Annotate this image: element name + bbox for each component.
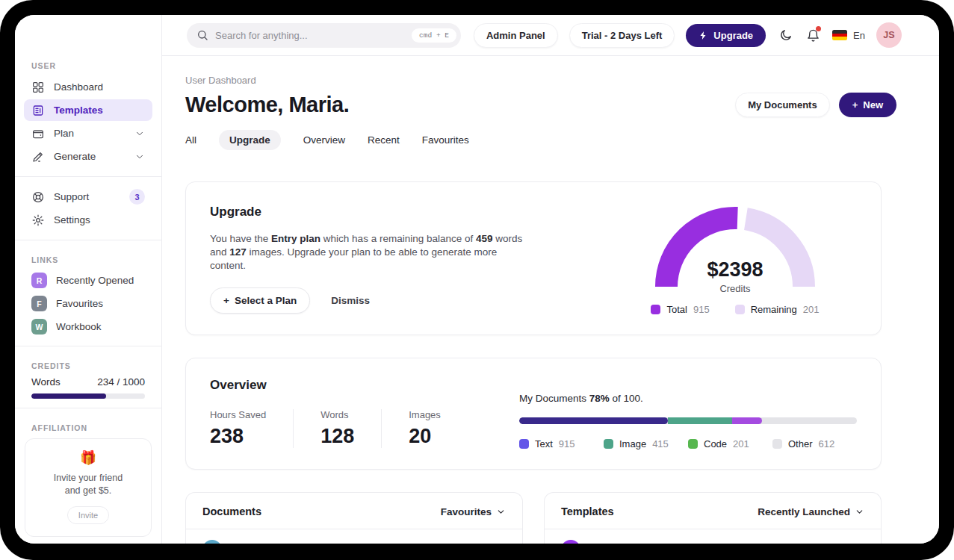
stat-images: Images 20 bbox=[381, 409, 468, 448]
document-avatar bbox=[202, 540, 222, 544]
affiliation-line2: and get $5. bbox=[65, 485, 112, 496]
device-frame: USER Dashboard Templates Plan Generate S… bbox=[0, 0, 954, 560]
upgrade-card-title: Upgrade bbox=[210, 205, 531, 220]
template-avatar bbox=[561, 540, 580, 544]
main-content: User Dashboard Welcome, Maria. My Docume… bbox=[162, 56, 939, 544]
notifications-button[interactable] bbox=[805, 27, 821, 43]
language-selector[interactable]: En bbox=[832, 30, 865, 41]
tab-favourites[interactable]: Favourites bbox=[422, 130, 469, 150]
moon-icon bbox=[778, 28, 793, 43]
legend-swatch bbox=[772, 439, 782, 449]
link-label: Favourites bbox=[56, 298, 103, 309]
search-shortcut-badge: cmd + E bbox=[412, 28, 456, 43]
sidebar-item-label: Dashboard bbox=[54, 81, 103, 93]
legend-name: Text bbox=[535, 438, 553, 449]
templates-card-title: Templates bbox=[561, 505, 614, 517]
sidebar-item-label: Settings bbox=[54, 214, 90, 225]
words-balance: 459 bbox=[476, 233, 493, 244]
search-bar[interactable]: cmd + E bbox=[187, 23, 461, 48]
stat-label: Hours Saved bbox=[210, 409, 266, 420]
legend-name: Image bbox=[619, 438, 646, 449]
images-balance: 127 bbox=[229, 246, 247, 258]
german-flag-icon bbox=[832, 30, 847, 40]
support-badge: 3 bbox=[129, 189, 145, 205]
sidebar-item-plan[interactable]: Plan bbox=[24, 122, 152, 144]
tab-recent[interactable]: Recent bbox=[368, 130, 400, 150]
pencil-icon bbox=[31, 150, 45, 164]
stacked-bar-chart bbox=[519, 417, 857, 424]
new-button[interactable]: + New bbox=[839, 93, 896, 117]
progress-percent: 78% bbox=[589, 393, 610, 404]
lifebuoy-icon bbox=[31, 190, 45, 204]
app-window: USER Dashboard Templates Plan Generate S… bbox=[15, 15, 939, 544]
credits-words-value: 234 / 1000 bbox=[97, 376, 145, 388]
my-documents-button[interactable]: My Documents bbox=[735, 93, 829, 117]
new-button-label: New bbox=[863, 99, 883, 111]
text: which has a remaining balance of bbox=[320, 233, 476, 244]
credits-progress-track bbox=[31, 393, 145, 399]
stat-label: Words bbox=[320, 409, 354, 420]
trial-badge-button[interactable]: Trial - 2 Days Left bbox=[569, 23, 675, 48]
divider bbox=[15, 176, 161, 177]
document-list-item[interactable]: Untitled Document in Workbook bbox=[186, 529, 522, 544]
progress-caption: My Documents 78% of 100. bbox=[519, 393, 857, 404]
tab-overview[interactable]: Overview bbox=[303, 130, 345, 150]
dismiss-button[interactable]: Dismiss bbox=[331, 295, 370, 306]
gauge-value: $2398 bbox=[653, 258, 817, 281]
search-input[interactable] bbox=[215, 30, 412, 41]
documents-filter-dropdown[interactable]: Favourites bbox=[441, 506, 506, 517]
legend-swatch bbox=[688, 439, 698, 449]
legend-name: Code bbox=[704, 438, 727, 449]
credits-progress-fill bbox=[31, 393, 106, 399]
affiliation-card: 🎁 Invite your friend and get $5. Invite bbox=[25, 438, 152, 537]
topbar: cmd + E Admin Panel Trial - 2 Days Left … bbox=[162, 15, 939, 56]
sidebar-link-recently-opened[interactable]: R Recently Opened bbox=[24, 270, 152, 290]
sidebar-link-favourites[interactable]: F Favourites bbox=[24, 293, 152, 314]
sidebar-item-dashboard[interactable]: Dashboard bbox=[24, 76, 152, 98]
plus-icon: + bbox=[852, 99, 858, 111]
affiliation-line1: Invite your friend bbox=[54, 473, 123, 483]
legend-total: Total 915 bbox=[651, 304, 709, 315]
select-plan-button[interactable]: + Select a Plan bbox=[210, 287, 310, 314]
upgrade-button-label: Upgrade bbox=[713, 30, 753, 41]
plan-name: Entry plan bbox=[271, 233, 320, 244]
dark-mode-toggle[interactable] bbox=[777, 27, 793, 43]
tab-all[interactable]: All bbox=[185, 130, 196, 150]
text: You have the bbox=[210, 233, 271, 244]
stats-row: Hours Saved 238 Words 128 Images 20 bbox=[210, 409, 468, 448]
gear-icon bbox=[31, 214, 45, 227]
sidebar-item-settings[interactable]: Settings bbox=[24, 209, 152, 231]
divider bbox=[15, 346, 161, 346]
upgrade-card: Upgrade You have the Entry plan which ha… bbox=[185, 181, 882, 335]
link-badge: F bbox=[31, 296, 47, 311]
sidebar-section-user: USER bbox=[31, 61, 161, 70]
filter-label: Favourites bbox=[441, 506, 492, 517]
legend-value: 415 bbox=[652, 438, 669, 449]
sidebar-item-templates[interactable]: Templates bbox=[24, 99, 152, 121]
filter-tabs: All Upgrade Overview Recent Favourites bbox=[185, 130, 896, 150]
legend-swatch bbox=[519, 439, 529, 449]
gift-icon: 🎁 bbox=[33, 449, 143, 466]
sidebar-item-generate[interactable]: Generate bbox=[24, 146, 152, 167]
bar-legend: Text 915 Image 415 Code 201 bbox=[519, 438, 857, 449]
link-badge: W bbox=[31, 319, 47, 335]
stat-words: Words 128 bbox=[293, 409, 381, 448]
user-avatar[interactable]: JS bbox=[876, 22, 902, 48]
overview-card-title: Overview bbox=[210, 378, 468, 393]
tab-upgrade[interactable]: Upgrade bbox=[219, 130, 281, 150]
upgrade-button[interactable]: Upgrade bbox=[686, 24, 766, 47]
legend-name: Total bbox=[666, 304, 687, 315]
invite-button[interactable]: Invite bbox=[67, 506, 109, 524]
sidebar-link-workbook[interactable]: W Workbook bbox=[24, 317, 152, 337]
sidebar-section-credits: CREDITS bbox=[31, 361, 161, 370]
bar-segment-code bbox=[732, 417, 763, 424]
grid-icon bbox=[31, 81, 45, 94]
sidebar-item-label: Templates bbox=[54, 105, 103, 116]
text: My Documents bbox=[519, 393, 589, 404]
admin-panel-button[interactable]: Admin Panel bbox=[474, 23, 558, 48]
sidebar-item-support[interactable]: Support 3 bbox=[24, 186, 152, 208]
legend-remaining: Remaining 201 bbox=[735, 304, 820, 315]
templates-filter-dropdown[interactable]: Recently Launched bbox=[758, 506, 864, 517]
documents-progress: My Documents 78% of 100. Text 915 Image bbox=[519, 393, 857, 449]
template-list-item[interactable]: Blog Post Title in Workbook bbox=[545, 529, 881, 544]
